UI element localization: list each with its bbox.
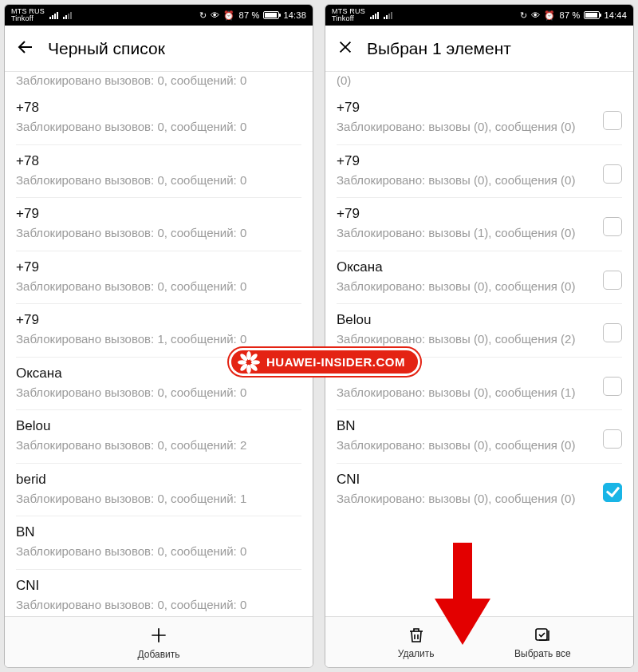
contact-subline: Заблокировано: вызовы (1), сообщения (0) bbox=[337, 225, 593, 241]
carrier-label: MTS RUS Tinkoff bbox=[332, 8, 365, 22]
select-checkbox[interactable] bbox=[603, 483, 622, 502]
alarm-icon: ⏰ bbox=[223, 10, 234, 21]
sync-icon: ↻ bbox=[199, 10, 207, 21]
truncated-row-top: (0) bbox=[337, 72, 622, 92]
select-checkbox[interactable] bbox=[603, 377, 622, 396]
add-button-label: Добавить bbox=[137, 649, 179, 660]
list-item[interactable]: +79Заблокировано: вызовы (0), сообщения … bbox=[337, 92, 622, 145]
back-icon[interactable] bbox=[16, 38, 35, 60]
select-checkbox[interactable] bbox=[603, 429, 622, 449]
contact-name: +79 bbox=[16, 259, 301, 275]
select-checkbox[interactable] bbox=[603, 271, 622, 290]
contact-name: Belou bbox=[337, 312, 593, 328]
contact-subline: Заблокировано вызовов: 0, сообщений: 0 bbox=[16, 597, 301, 613]
contact-name: BN bbox=[16, 524, 301, 540]
status-bar: MTS RUS Tinkoff ↻ 👁 ⏰ 87 % 14:44 bbox=[325, 5, 633, 26]
contact-subline: Заблокировано: вызовы (0), сообщения (0) bbox=[337, 279, 593, 294]
add-button[interactable]: Добавить bbox=[123, 625, 195, 660]
alarm-icon: ⏰ bbox=[544, 10, 555, 21]
signal-icon bbox=[384, 12, 392, 19]
contact-subline: Заблокировано вызовов: 0, сообщений: 0 bbox=[16, 544, 301, 559]
clock-label: 14:44 bbox=[604, 10, 627, 20]
contact-subline: Заблокировано вызовов: 0, сообщений: 0 bbox=[16, 119, 301, 135]
contact-name: +78 bbox=[16, 100, 301, 116]
svg-point-1 bbox=[246, 351, 251, 360]
contact-list[interactable]: (0) +79Заблокировано: вызовы (0), сообще… bbox=[325, 72, 633, 616]
eye-icon: 👁 bbox=[531, 10, 540, 20]
list-item[interactable]: ОксанаЗаблокировано: вызовы (0), сообщен… bbox=[337, 251, 622, 305]
carrier-label: MTS RUS Tinkoff bbox=[11, 8, 45, 22]
contact-subline: Заблокировано: вызовы (0), сообщения (0) bbox=[337, 491, 593, 507]
contact-subline: Заблокировано вызовов: 0, сообщений: 0 bbox=[16, 385, 301, 401]
battery-pct: 87 % bbox=[239, 10, 260, 20]
contact-name: +79 bbox=[337, 206, 593, 222]
contact-name: +78 bbox=[16, 153, 301, 169]
contact-subline: Заблокировано вызовов: 0, сообщений: 0 bbox=[16, 172, 301, 188]
contact-subline: Заблокировано вызовов: 0, сообщений: 0 bbox=[16, 225, 301, 241]
contact-name: +79 bbox=[16, 206, 301, 222]
contact-subline: Заблокировано вызовов: 1, сообщений: 0 bbox=[16, 331, 301, 347]
contact-subline: Заблокировано: вызовы (0), сообщения (0) bbox=[337, 119, 593, 135]
status-bar: MTS RUS Tinkoff ↻ 👁 ⏰ 87 % 14:38 bbox=[5, 5, 313, 26]
contact-subline: Заблокировано вызовов: 0, сообщений: 2 bbox=[16, 437, 301, 453]
svg-rect-0 bbox=[536, 629, 547, 640]
list-item[interactable]: BNЗаблокировано вызовов: 0, сообщений: 0 bbox=[16, 516, 301, 570]
tutorial-arrow-icon bbox=[435, 543, 490, 646]
select-checkbox[interactable] bbox=[603, 164, 622, 184]
contact-name: +79 bbox=[337, 153, 593, 169]
battery-icon bbox=[263, 11, 279, 19]
contact-name: CNI bbox=[16, 578, 301, 594]
signal-icon bbox=[49, 12, 58, 19]
list-item[interactable]: beridЗаблокировано вызовов: 0, сообщений… bbox=[16, 464, 301, 517]
list-item[interactable]: CNIЗаблокировано: вызовы (0), сообщения … bbox=[337, 464, 622, 516]
contact-subline: Заблокировано: вызовы (0), сообщения (1) bbox=[337, 385, 593, 401]
titlebar: Выбран 1 элемент bbox=[325, 26, 633, 72]
bottom-bar: Добавить bbox=[5, 616, 313, 667]
contact-name: +79 bbox=[337, 100, 593, 116]
contact-subline: Заблокировано вызовов: 0, сообщений: 0 bbox=[16, 279, 301, 294]
truncated-row-top: Заблокировано вызовов: 0, сообщений: 0 bbox=[16, 72, 301, 92]
battery-pct: 87 % bbox=[560, 10, 581, 20]
svg-point-2 bbox=[246, 364, 251, 373]
contact-name: Оксана bbox=[337, 259, 593, 275]
delete-button-label: Удалить bbox=[398, 648, 435, 659]
svg-point-3 bbox=[238, 360, 246, 365]
list-item[interactable]: +79Заблокировано вызовов: 0, сообщений: … bbox=[16, 198, 301, 251]
contact-name: Belou bbox=[16, 418, 301, 434]
eye-icon: 👁 bbox=[211, 10, 219, 20]
contact-name: BN bbox=[337, 418, 593, 434]
select-all-button[interactable]: Выбрать все bbox=[506, 626, 578, 659]
watermark-badge: HUAWEI-INSIDER.COM bbox=[229, 348, 420, 376]
signal-icon bbox=[63, 12, 72, 19]
clock-label: 14:38 bbox=[283, 10, 306, 20]
sync-icon: ↻ bbox=[520, 10, 527, 21]
list-item[interactable]: +79Заблокировано: вызовы (1), сообщения … bbox=[337, 198, 622, 251]
list-item[interactable]: CNIЗаблокировано вызовов: 0, сообщений: … bbox=[16, 570, 301, 617]
select-all-button-label: Выбрать все bbox=[514, 648, 571, 659]
list-item[interactable]: +79Заблокировано вызовов: 0, сообщений: … bbox=[16, 251, 301, 305]
signal-icon bbox=[370, 12, 379, 19]
page-title: Выбран 1 элемент bbox=[367, 39, 511, 58]
contact-subline: Заблокировано: вызовы (0), сообщения (0) bbox=[337, 437, 593, 453]
contact-list[interactable]: Заблокировано вызовов: 0, сообщений: 0 +… bbox=[5, 72, 313, 616]
select-checkbox[interactable] bbox=[603, 323, 622, 342]
contact-name: +79 bbox=[16, 312, 301, 328]
page-title: Черный список bbox=[48, 39, 165, 58]
list-item[interactable]: BNЗаблокировано: вызовы (0), сообщения (… bbox=[337, 410, 622, 464]
list-item[interactable]: +79Заблокировано: вызовы (0), сообщения … bbox=[337, 145, 622, 199]
battery-icon bbox=[584, 11, 600, 19]
titlebar: Черный список bbox=[5, 26, 313, 72]
contact-subline: Заблокировано: вызовы (0), сообщения (2) bbox=[337, 331, 593, 347]
svg-point-4 bbox=[251, 360, 260, 365]
list-item[interactable]: +78Заблокировано вызовов: 0, сообщений: … bbox=[16, 145, 301, 199]
select-checkbox[interactable] bbox=[603, 217, 622, 236]
list-item[interactable]: BelouЗаблокировано вызовов: 0, сообщений… bbox=[16, 410, 301, 464]
watermark-label: HUAWEI-INSIDER.COM bbox=[266, 355, 405, 369]
close-icon[interactable] bbox=[337, 38, 354, 59]
contact-name: berid bbox=[16, 472, 301, 488]
plus-icon bbox=[148, 625, 169, 646]
select-checkbox[interactable] bbox=[603, 111, 622, 130]
trash-icon bbox=[407, 626, 426, 645]
list-item[interactable]: +78Заблокировано вызовов: 0, сообщений: … bbox=[16, 92, 301, 145]
contact-name: CNI bbox=[337, 472, 593, 488]
